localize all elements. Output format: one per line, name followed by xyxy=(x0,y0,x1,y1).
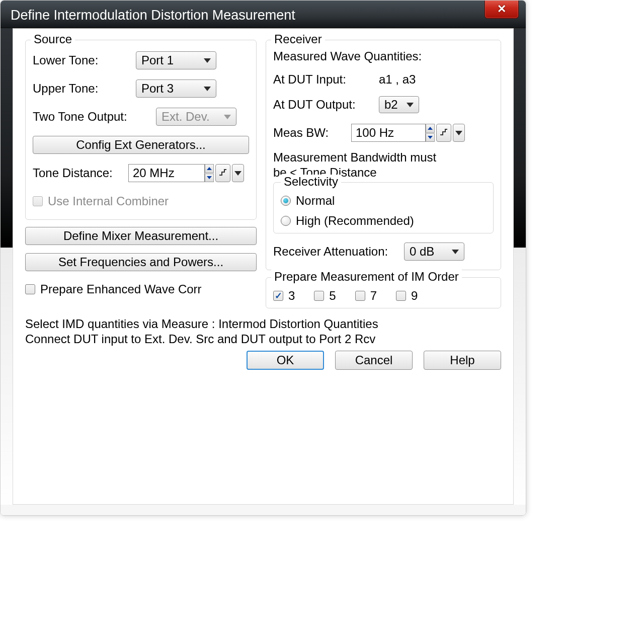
chevron-down-icon xyxy=(204,58,211,63)
upper-tone-label: Upper Tone: xyxy=(33,82,136,96)
im-order-9-checkbox[interactable]: 9 xyxy=(396,289,418,303)
two-tone-label: Two Tone Output: xyxy=(33,110,156,124)
im-order-3-checkbox[interactable]: ✓3 xyxy=(273,289,295,303)
lower-tone-value: Port 1 xyxy=(141,53,174,67)
receiver-attenuation-select[interactable]: 0 dB xyxy=(404,243,464,261)
source-group: Source Lower Tone: Port 1 Upper Tone: Po… xyxy=(25,40,257,220)
receiver-title: Receiver xyxy=(271,32,325,46)
set-freq-power-button[interactable]: Set Frequencies and Powers... xyxy=(25,253,257,271)
meas-bw-label: Meas BW: xyxy=(273,126,351,140)
ok-button[interactable]: OK xyxy=(247,351,324,370)
frame-right xyxy=(514,28,526,515)
dialog-window: Define Intermodulation Distortion Measur… xyxy=(0,0,526,516)
selectivity-group: Selectivity Normal High (Recommended) xyxy=(273,182,494,233)
config-ext-generators-button[interactable]: Config Ext Generators... xyxy=(33,136,249,154)
chevron-down-icon xyxy=(407,103,414,107)
at-dut-output-label: At DUT Output: xyxy=(273,98,379,112)
upper-tone-value: Port 3 xyxy=(141,82,174,96)
tone-distance-label: Tone Distance: xyxy=(33,166,128,180)
close-icon: ✕ xyxy=(497,3,506,16)
at-dut-input-label: At DUT Input: xyxy=(273,72,379,87)
prepare-enhanced-wave-checkbox[interactable]: Prepare Enhanced Wave Corr xyxy=(25,282,257,296)
arrow-up-icon xyxy=(207,167,212,170)
receiver-group: Receiver Measured Wave Quantities: At DU… xyxy=(266,40,501,270)
tone-distance-spinner[interactable] xyxy=(205,164,214,182)
window-title: Define Intermodulation Distortion Measur… xyxy=(11,8,295,23)
at-dut-input-value: a1 , a3 xyxy=(379,72,416,87)
selectivity-normal-radio[interactable]: Normal xyxy=(281,194,486,208)
at-dut-output-select[interactable]: b2 xyxy=(379,96,419,113)
chevron-down-icon xyxy=(204,87,211,91)
arrow-down-icon xyxy=(207,176,212,179)
selectivity-title: Selectivity xyxy=(281,175,341,189)
meas-bw-input[interactable]: 100 Hz xyxy=(351,124,426,142)
source-title: Source xyxy=(31,32,75,46)
cancel-button[interactable]: Cancel xyxy=(335,351,413,370)
tone-distance-preset-button[interactable] xyxy=(232,164,244,182)
client-area: Source Lower Tone: Port 1 Upper Tone: Po… xyxy=(13,28,514,505)
selectivity-high-radio[interactable]: High (Recommended) xyxy=(281,214,486,228)
lower-tone-label: Lower Tone: xyxy=(33,53,136,67)
two-tone-select: Ext. Dev. xyxy=(156,108,236,126)
help-button[interactable]: Help xyxy=(424,351,501,370)
use-internal-combiner-checkbox: Use Internal Combiner xyxy=(33,194,169,208)
measured-wave-label: Measured Wave Quantities: xyxy=(273,49,494,63)
im-order-group: Prepare Measurement of IM Order ✓3 5 7 9 xyxy=(266,277,501,308)
chevron-down-icon xyxy=(455,131,462,135)
close-button[interactable]: ✕ xyxy=(485,0,519,19)
im-order-title: Prepare Measurement of IM Order xyxy=(271,270,462,284)
chevron-down-icon xyxy=(452,250,459,254)
frame-bottom xyxy=(1,505,526,515)
arrow-up-icon xyxy=(428,127,433,130)
chevron-down-icon xyxy=(234,171,242,176)
meas-bw-preset-button[interactable] xyxy=(453,124,465,142)
titlebar: Define Intermodulation Distortion Measur… xyxy=(1,1,526,28)
lower-tone-select[interactable]: Port 1 xyxy=(136,51,216,69)
define-mixer-button[interactable]: Define Mixer Measurement... xyxy=(25,227,257,245)
chevron-down-icon xyxy=(224,115,231,119)
tone-distance-input[interactable]: 20 MHz xyxy=(128,164,205,182)
arrow-down-icon xyxy=(428,136,433,139)
meas-bw-step-button[interactable] xyxy=(436,124,451,142)
im-order-5-checkbox[interactable]: 5 xyxy=(314,289,336,303)
receiver-attenuation-label: Receiver Attenuation: xyxy=(273,245,404,259)
meas-bw-spinner[interactable] xyxy=(426,124,435,142)
frame-left xyxy=(1,28,13,515)
tone-distance-step-button[interactable] xyxy=(215,164,230,182)
im-order-7-checkbox[interactable]: 7 xyxy=(355,289,377,303)
step-icon xyxy=(440,129,448,137)
hint-text: Select IMD quantities via Measure : Inte… xyxy=(25,316,501,347)
two-tone-value: Ext. Dev. xyxy=(162,110,210,124)
upper-tone-select[interactable]: Port 3 xyxy=(136,79,216,98)
step-icon xyxy=(219,169,227,177)
